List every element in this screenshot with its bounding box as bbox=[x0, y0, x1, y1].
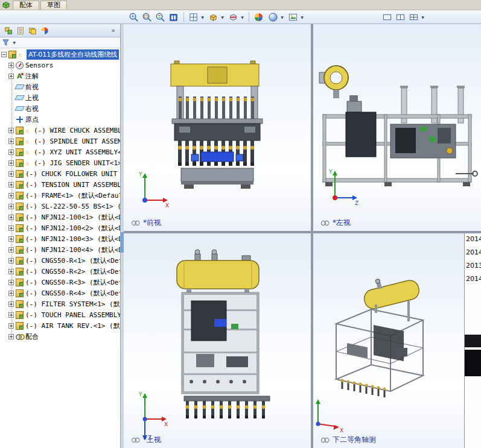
tree-item-top-plane[interactable]: 上视 bbox=[0, 92, 120, 103]
top-view-triad: Y X Z bbox=[138, 391, 168, 441]
tree-item-component[interactable]: (-) TENSION UNIT ASSEMBLY bbox=[0, 179, 120, 190]
viewport-front[interactable]: Y X *前视 bbox=[124, 24, 311, 231]
tree-item-component[interactable]: (-) FRAME<1> (默认<Defaul bbox=[0, 190, 120, 201]
viewport-single-button[interactable] bbox=[380, 11, 393, 23]
expander-icon[interactable] bbox=[8, 160, 14, 166]
appearances-button[interactable] bbox=[266, 11, 279, 23]
expander-icon[interactable] bbox=[8, 74, 14, 79]
tree-item-component[interactable]: (-) NFJN12-100<3> (默认<D bbox=[0, 233, 120, 244]
featuremanager-tab-icon[interactable] bbox=[2, 25, 14, 36]
tree-item-component[interactable]: (-) NFJN12-100<4> (默认<D bbox=[0, 244, 120, 255]
expander-icon[interactable] bbox=[8, 182, 14, 188]
tree-item-label: (-) FILTER SYSTEM<1> (默认 bbox=[25, 300, 120, 309]
section-view-caret[interactable] bbox=[240, 15, 245, 19]
tree-item-component[interactable]: (-) JIG SENDER UNIT<1> bbox=[0, 157, 120, 168]
warning-icon bbox=[25, 148, 33, 156]
tree-item-component[interactable]: (-) CHUCK FOLLOWER UNIT AS bbox=[0, 168, 120, 179]
tree-item-label: (-) NFJN12-100<1> (默认<D bbox=[25, 213, 120, 222]
expander-icon[interactable] bbox=[8, 63, 14, 68]
tree-item-label: (-) NFJN12-100<4> (默认<D bbox=[25, 245, 120, 254]
dimxpert-tab-icon[interactable] bbox=[39, 25, 51, 36]
realview-button[interactable] bbox=[252, 11, 265, 23]
expander-icon[interactable] bbox=[8, 204, 14, 209]
filter-caret[interactable] bbox=[11, 40, 17, 45]
appearances-caret[interactable] bbox=[279, 15, 285, 19]
tree-item-front-plane[interactable]: 前视 bbox=[0, 81, 120, 92]
tree-item-component[interactable]: (-) CNGS50-R<2> (默认<Def bbox=[0, 266, 120, 277]
display-style-button[interactable] bbox=[206, 11, 220, 23]
expander-icon[interactable] bbox=[8, 269, 14, 274]
zoom-fit-button[interactable] bbox=[127, 11, 140, 23]
zoom-in-out-button[interactable] bbox=[153, 11, 167, 23]
tree-item-sensors[interactable]: Sensors bbox=[0, 60, 120, 71]
tree-item-component[interactable]: (-) FILTER SYSTEM<1> (默认 bbox=[0, 298, 120, 309]
propertymanager-tab-icon[interactable] bbox=[14, 25, 27, 36]
tree-item-component[interactable]: (-) TOUCH PANEL ASSEMBLY< bbox=[0, 309, 120, 320]
view-link-icon bbox=[131, 220, 141, 226]
apply-scene-caret[interactable] bbox=[299, 15, 305, 19]
tree-item-component[interactable]: (-) AIR TANK REV.<1> (默认 bbox=[0, 320, 120, 331]
view-link-icon bbox=[320, 220, 330, 226]
tree-item-component[interactable]: (-) XYZ UNIT ASSEMBLY< bbox=[0, 147, 120, 157]
expander-icon[interactable] bbox=[8, 280, 14, 285]
panel-expand-button[interactable]: » bbox=[111, 27, 118, 34]
expander-icon[interactable] bbox=[8, 226, 14, 231]
assembly-icon bbox=[16, 192, 24, 200]
expander-icon[interactable] bbox=[8, 128, 14, 133]
assembly-icon bbox=[16, 246, 24, 254]
tree-item-right-plane[interactable]: 右视 bbox=[0, 103, 120, 114]
assembly-icon bbox=[16, 127, 24, 134]
expander-icon[interactable] bbox=[8, 291, 14, 296]
section-view-button[interactable] bbox=[226, 11, 240, 23]
tree-item-component[interactable]: (-) WIRE CHUCK ASSEMBLY bbox=[0, 125, 120, 136]
expander-icon[interactable] bbox=[8, 334, 14, 339]
assembly-icon bbox=[16, 289, 24, 297]
tree-item-component[interactable]: (-) SL-222-50-55 BS<1> (默 bbox=[0, 201, 120, 212]
filter-icon[interactable] bbox=[2, 39, 11, 47]
view-orientation-caret[interactable] bbox=[200, 15, 205, 19]
tab-sketch[interactable]: 草图 bbox=[40, 1, 67, 10]
tree-item-label: (-) SL-222-50-55 BS<1> (默 bbox=[25, 202, 120, 211]
expander-icon[interactable] bbox=[8, 215, 14, 220]
expander-icon[interactable] bbox=[8, 258, 14, 263]
expander-icon[interactable] bbox=[8, 247, 14, 253]
tree-item-component[interactable]: (-) CNGS50-R<1> (默认<Def bbox=[0, 255, 120, 266]
zoom-area-button[interactable] bbox=[140, 11, 153, 23]
display-style-caret[interactable] bbox=[220, 15, 225, 19]
expander-icon[interactable] bbox=[8, 301, 14, 307]
view-orientation-button[interactable] bbox=[186, 11, 200, 23]
expander-icon[interactable] bbox=[8, 139, 14, 144]
tree-item-component[interactable]: (-) CNGS50-R<4> (默认<Def bbox=[0, 288, 120, 298]
viewport-top[interactable]: Y X Z *上视 bbox=[124, 233, 311, 448]
edge-dark-block bbox=[465, 350, 481, 376]
assembly-icon bbox=[16, 322, 24, 330]
tree-item-label: (-) SPINDLE UNIT ASSEMB bbox=[34, 137, 120, 145]
tree-root-item[interactable]: AT-011多线程全自动线圈绕线 bbox=[0, 49, 120, 60]
tree-item-label: (-) CNGS50-R<2> (默认<Def bbox=[25, 267, 120, 276]
viewport-four-button[interactable] bbox=[407, 11, 420, 23]
tree-item-component[interactable]: (-) NFJN12-100<1> (默认<D bbox=[0, 212, 120, 222]
apply-scene-button[interactable] bbox=[286, 11, 299, 23]
expander-icon[interactable] bbox=[8, 236, 14, 242]
task-pane-caret[interactable] bbox=[420, 15, 425, 19]
expander-icon[interactable] bbox=[8, 150, 14, 155]
tree-item-component[interactable]: (-) NFJN12-100<2> (默认<D bbox=[0, 222, 120, 233]
expander-icon[interactable] bbox=[8, 323, 14, 329]
expander-icon[interactable] bbox=[1, 52, 7, 57]
tree-item-annotations[interactable]: 注解 bbox=[0, 71, 120, 81]
tree-item-origin[interactable]: 原点 bbox=[0, 114, 120, 125]
tree-root-label: AT-011多线程全自动线圈绕线 bbox=[27, 49, 119, 60]
tree-item-component[interactable]: (-) CNGS50-R<3> (默认<Def bbox=[0, 277, 120, 288]
tree-item-mates[interactable]: 配合 bbox=[0, 331, 120, 342]
hide-show-items-button[interactable] bbox=[167, 11, 180, 23]
expander-icon[interactable] bbox=[8, 193, 14, 198]
tree-item-component[interactable]: (-) SPINDLE UNIT ASSEMB bbox=[0, 136, 120, 147]
viewport-two-button[interactable] bbox=[393, 11, 407, 23]
front-view-model: Y X bbox=[124, 24, 311, 231]
expander-icon[interactable] bbox=[8, 171, 14, 177]
viewport-isometric[interactable]: X 2014 2014 2013 2014 下二等角轴测 bbox=[313, 233, 481, 448]
configurationmanager-tab-icon[interactable] bbox=[27, 25, 39, 36]
tab-assembly[interactable]: 配体 bbox=[13, 1, 39, 10]
viewport-left[interactable]: Y Z *左视 bbox=[313, 24, 481, 231]
expander-icon[interactable] bbox=[8, 312, 14, 318]
